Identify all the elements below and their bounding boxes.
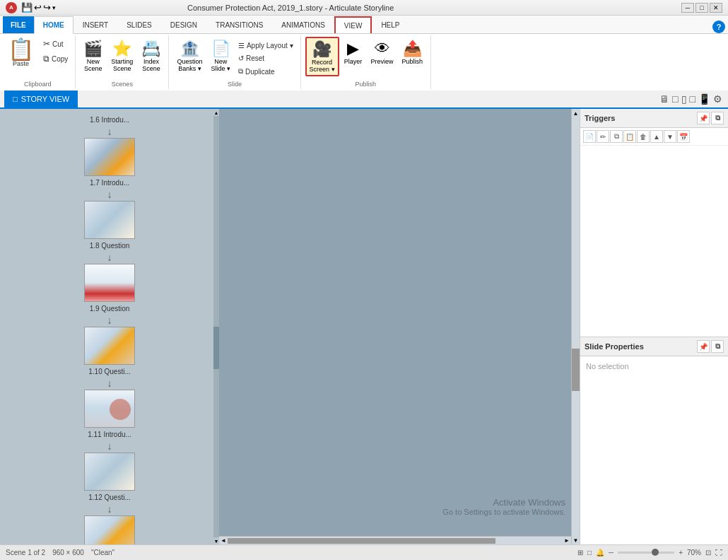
undo-btn[interactable]: ↩ (34, 2, 42, 13)
trigger-edit-btn[interactable]: ✏ (597, 130, 609, 143)
slide-item-1-11[interactable]: 1.11 Introdu... ↓ (0, 431, 219, 491)
duplicate-button[interactable]: ⧉ Duplicate (235, 65, 296, 78)
view-list-icon[interactable]: □ (587, 549, 592, 556)
tab-file[interactable]: FILE (3, 16, 34, 33)
scenes-label: Scenes (112, 81, 133, 89)
restore-btn[interactable]: □ (695, 3, 708, 13)
new-slide-button[interactable]: 📄 NewSlide ▾ (207, 37, 234, 75)
trigger-down-btn[interactable]: ▼ (664, 130, 676, 143)
tab-transitions[interactable]: TRANSITIONS (206, 16, 272, 33)
slide-props-expand-btn[interactable]: ⧉ (711, 340, 724, 353)
slide-props-content: No selection (580, 356, 728, 376)
notification-icon[interactable]: 🔔 (596, 549, 604, 556)
canvas-hscroll-thumb[interactable] (228, 538, 495, 544)
slide-label-1-6: 1.6 Introdu... (90, 116, 129, 124)
slide-item-1-7[interactable]: 1.7 Introdu... ↓ (0, 179, 219, 239)
clipboard-label: Clipboard (24, 81, 52, 89)
window-controls[interactable]: ─ □ ✕ (681, 3, 722, 13)
new-scene-button[interactable]: 🎬 NewScene (80, 37, 106, 75)
canvas-scroll-left[interactable]: ◄ (219, 537, 228, 544)
slide-thumb-1-10[interactable] (84, 390, 135, 428)
trigger-new-btn[interactable]: 📄 (583, 130, 596, 143)
slide-properties-panel: Slide Properties 📌 ⧉ No selection (580, 337, 728, 376)
close-btn[interactable]: ✕ (710, 3, 722, 13)
preview-button[interactable]: 👁 Preview (368, 37, 397, 68)
view-tiles-icon[interactable]: ⊞ (577, 549, 583, 556)
player-button[interactable]: ▶ Player (341, 37, 366, 68)
slide-thumb-1-6[interactable] (84, 138, 135, 176)
tab-home[interactable]: HOME (34, 16, 74, 34)
canvas-scroll-thumb[interactable] (572, 349, 580, 391)
slide-props-pin-btn[interactable]: 📌 (697, 340, 710, 353)
slide-thumb-1-9[interactable] (84, 327, 135, 365)
copy-button[interactable]: ⧉ Copy (40, 52, 71, 66)
publish-button[interactable]: 📤 Publish (399, 37, 427, 68)
slide-arrow: ↓ (107, 378, 112, 389)
help-icon[interactable]: ? (712, 21, 725, 33)
paste-button[interactable]: 📋 Paste (4, 37, 37, 69)
redo-btn[interactable]: ↪ (43, 2, 51, 13)
view-settings-icon[interactable]: ⚙ (713, 93, 722, 105)
cut-button[interactable]: ✂ Cut (40, 37, 71, 51)
zoom-minus-btn[interactable]: ─ (609, 549, 613, 556)
minimize-btn[interactable]: ─ (681, 3, 694, 13)
slide-thumb-1-8[interactable] (84, 264, 135, 302)
zoom-slider[interactable] (618, 552, 674, 554)
view-icon-desktop[interactable]: 🖥 (659, 93, 669, 105)
slide-item-1-8[interactable]: 1.8 Question ↓ (0, 242, 219, 302)
trigger-paste-btn[interactable]: 📋 (623, 130, 636, 143)
question-banks-button[interactable]: 🏦 QuestionBanks ▾ (173, 37, 206, 75)
canvas-scroll-down[interactable]: ▼ (572, 536, 580, 544)
tab-view[interactable]: VIEW (334, 16, 372, 33)
status-dimensions: 960 × 600 (52, 549, 84, 556)
activate-watermark: Activate Windows Go to Settings to activ… (442, 497, 565, 516)
left-scroll-down[interactable]: ▼ (213, 537, 219, 544)
triggers-expand-btn[interactable]: ⧉ (711, 112, 724, 124)
trigger-calendar-btn[interactable]: 📅 (677, 130, 690, 143)
index-scene-button[interactable]: 📇 IndexScene (138, 37, 164, 75)
canvas-scroll-up[interactable]: ▲ (572, 109, 580, 117)
canvas-scroll-right[interactable]: ► (563, 537, 571, 544)
slide-item-1-9[interactable]: 1.9 Question ↓ (0, 305, 219, 365)
view-icon-tablet[interactable]: ▯ (681, 93, 687, 105)
tab-animations[interactable]: ANIMATIONS (272, 16, 334, 33)
slide-label: Slide (228, 81, 242, 89)
fullscreen-icon[interactable]: ⛶ (715, 549, 722, 556)
slide-item-1-6[interactable]: 1.6 Introdu... ↓ (0, 116, 219, 176)
tab-help[interactable]: HELP (372, 16, 409, 33)
slide-list: 1.6 Introdu... ↓ 1.7 Introdu... ↓ 1.8 Qu… (0, 109, 219, 544)
slide-item-1-12[interactable]: 1.12 Questi... ↓ (0, 494, 219, 544)
left-scroll-up[interactable]: ▲ (213, 109, 219, 116)
slide-thumb-1-11[interactable] (84, 453, 135, 491)
tab-insert[interactable]: INSERT (74, 16, 118, 33)
trigger-delete-btn[interactable]: 🗑 (637, 130, 650, 143)
slide-thumb-1-7[interactable] (84, 201, 135, 239)
save-btn[interactable]: 💾 (21, 2, 33, 13)
apply-layout-button[interactable]: ☰ Apply Layout ▾ (235, 40, 296, 52)
tab-slides[interactable]: SLIDES (117, 16, 161, 33)
story-view-tab[interactable]: □ STORY VIEW (4, 91, 78, 107)
slide-item-1-10[interactable]: 1.10 Questi... ↓ (0, 368, 219, 428)
triggers-pin-btn[interactable]: 📌 (697, 112, 710, 124)
starting-scene-button[interactable]: ⭐ StartingScene (107, 37, 136, 75)
slide-small-buttons: ☰ Apply Layout ▾ ↺ Reset ⧉ Duplicate (235, 37, 296, 78)
slide-arrow: ↓ (107, 252, 112, 263)
slide-props-title: Slide Properties (585, 342, 644, 351)
triggers-header: Triggers 📌 ⧉ (580, 109, 728, 128)
story-view-bar: □ STORY VIEW 🖥 □ ▯ □ 📱 ⚙ (0, 91, 728, 109)
tab-design[interactable]: DESIGN (161, 16, 206, 33)
view-icon-wide[interactable]: □ (672, 93, 678, 105)
zoom-plus-btn[interactable]: + (679, 549, 683, 556)
group-scenes: 🎬 NewScene ⭐ StartingScene 📇 IndexScene … (76, 35, 169, 89)
fit-icon[interactable]: ⊡ (705, 549, 711, 556)
slide-thumb-1-12[interactable] (84, 515, 135, 544)
trigger-copy-btn[interactable]: ⧉ (610, 130, 623, 143)
view-icon-mobile[interactable]: 📱 (698, 93, 710, 105)
left-scroll-thumb[interactable] (213, 327, 219, 369)
qa-dropdown[interactable]: ▾ (52, 4, 56, 11)
reset-button[interactable]: ↺ Reset (235, 52, 296, 64)
slide-label-1-11: 1.11 Introdu... (88, 431, 131, 438)
view-icon-small[interactable]: □ (690, 93, 695, 105)
record-screen-button[interactable]: 🎥 RecordScreen ▾ (305, 37, 339, 76)
trigger-up-btn[interactable]: ▲ (650, 130, 663, 143)
